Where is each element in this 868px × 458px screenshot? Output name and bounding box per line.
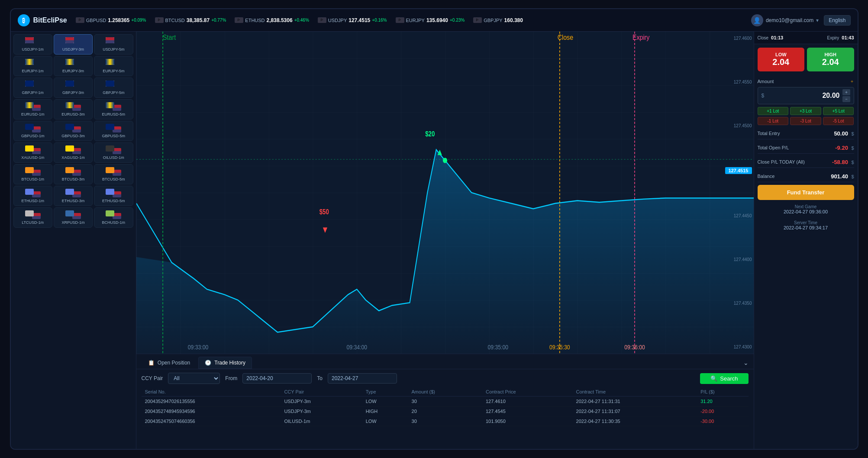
plus3lot-button[interactable]: +3 Lot bbox=[790, 107, 821, 115]
sidebar-pair-gbpusd-3m[interactable]: GBPUSD-3m bbox=[54, 121, 93, 141]
high-value: 2.04 bbox=[822, 57, 839, 67]
cell-type: LOW bbox=[362, 397, 408, 406]
price-tick-5: 127.4400 bbox=[725, 257, 752, 262]
ticker-pair-label: BTCUSD bbox=[165, 18, 185, 23]
search-button[interactable]: 🔍 Search bbox=[700, 373, 748, 384]
sidebar-pair-eurusd-3m[interactable]: EURUSD-3m bbox=[54, 99, 93, 119]
pair-flags bbox=[25, 81, 41, 89]
pair-flags bbox=[25, 102, 41, 111]
chart-wrapper: Start Close Expiry $20 $50 bbox=[136, 32, 754, 354]
pair-label: BCHUSD-1m bbox=[102, 220, 126, 225]
language-button[interactable]: English bbox=[824, 15, 850, 26]
sidebar-pair-xagusd-1m[interactable]: XAGUSD-1m bbox=[54, 142, 93, 163]
sidebar-pair-ethusd-1m[interactable]: ETHUSD-1m bbox=[13, 186, 52, 206]
minus5lot-button[interactable]: -5 Lot bbox=[823, 117, 854, 125]
ticker-flag: 🏳 bbox=[318, 17, 326, 23]
low-button[interactable]: LOW 2.04 bbox=[758, 48, 805, 71]
ticker-pair-label: ETHUSD bbox=[245, 18, 265, 23]
from-date-input[interactable] bbox=[242, 373, 312, 384]
sidebar-pair-eurjpy-1m[interactable]: EURJPY-1m bbox=[13, 56, 52, 76]
search-label: Search bbox=[720, 375, 738, 382]
pair-label: XAGUSD-1m bbox=[61, 155, 85, 160]
ticker-change: +0.09% bbox=[131, 18, 146, 23]
minus3lot-button[interactable]: -3 Lot bbox=[790, 117, 821, 125]
fund-transfer-button[interactable]: Fund Transfer bbox=[758, 185, 854, 200]
ticker-flag: 🏳 bbox=[396, 17, 404, 23]
flag-base bbox=[25, 189, 34, 195]
pair-flags bbox=[106, 167, 121, 176]
total-entry-row: Total Entry 50.00 $ bbox=[758, 128, 854, 139]
col-price: Contract Price bbox=[482, 387, 573, 397]
sidebar-pair-bchusd-1m[interactable]: BCHUSD-1m bbox=[94, 207, 133, 228]
sidebar-pair-gbpusd-5m[interactable]: GBPUSD-5m bbox=[94, 121, 133, 141]
sidebar-pair-ltcusd-1m[interactable]: LTCUSD-1m bbox=[13, 207, 52, 228]
sidebar: USDJPY-1m USDJPY-3m USDJPY-5m EURJPY-1m … bbox=[11, 32, 136, 449]
server-time-value: 2022-04-27 09:34:17 bbox=[758, 225, 854, 230]
tab-trade-history[interactable]: 🕐 Trade History bbox=[198, 357, 252, 369]
col-time: Contract Time bbox=[573, 387, 697, 397]
sidebar-pair-usdjpy-1m[interactable]: USDJPY-1m bbox=[13, 34, 52, 55]
sidebar-pair-eurjpy-3m[interactable]: EURJPY-3m bbox=[54, 56, 93, 76]
tab-open-position[interactable]: 📋 Open Position bbox=[142, 357, 197, 369]
price-scale: 127.4600 127.4550 127.4500 127.4515 127.… bbox=[723, 32, 754, 354]
ticker-item-ethusd: 🏳 ETHUSD 2,838.5306 +0.46% bbox=[235, 17, 309, 23]
low-value: 2.04 bbox=[772, 57, 789, 67]
flag-base bbox=[106, 145, 114, 152]
total-entry-currency: $ bbox=[851, 131, 854, 136]
ticker-price: 1.258365 bbox=[108, 17, 129, 23]
sidebar-pair-eurusd-1m[interactable]: EURUSD-1m bbox=[13, 99, 52, 119]
sidebar-pair-usdjpy-3m[interactable]: USDJPY-3m bbox=[54, 34, 93, 55]
ticker-price: 2,838.5306 bbox=[267, 17, 293, 23]
expiry-timer: 01:43 bbox=[842, 35, 854, 40]
sidebar-pair-gbpjpy-5m[interactable]: GBPJPY-5m bbox=[94, 77, 133, 98]
sidebar-pair-btcusd-3m[interactable]: BTCUSD-3m bbox=[54, 164, 93, 184]
flag-base bbox=[65, 37, 74, 43]
topbar: ₿ BitEcliPse 🏳 GBPUSD 1.258365 +0.09% 🏳 … bbox=[11, 9, 858, 32]
ticker-price: 135.6940 bbox=[426, 17, 448, 23]
sidebar-pair-gbpusd-1m[interactable]: GBPUSD-1m bbox=[13, 121, 52, 141]
sidebar-pair-xauusd-1m[interactable]: XAUUSD-1m bbox=[13, 142, 52, 163]
sidebar-pair-xrpusd-1m[interactable]: XRPUSD-1m bbox=[54, 207, 93, 228]
sidebar-pair-ethusd-3m[interactable]: ETHUSD-3m bbox=[54, 186, 93, 206]
to-date-input[interactable] bbox=[328, 373, 397, 384]
expand-button[interactable]: ⌄ bbox=[743, 359, 749, 366]
pair-label: ETHUSD-3m bbox=[62, 199, 85, 203]
pair-label: GBPUSD-1m bbox=[21, 134, 45, 138]
ticker-pair-label: EURJPY bbox=[406, 18, 425, 23]
pair-label: ETHUSD-5m bbox=[102, 199, 125, 203]
ticker-flag: 🏳 bbox=[473, 17, 482, 23]
trade-history-table-container: Serial No. CCY Pair Type Amount ($) Cont… bbox=[142, 387, 749, 426]
sidebar-pair-btcusd-1m[interactable]: BTCUSD-1m bbox=[13, 164, 52, 184]
sidebar-pair-gbpjpy-1m[interactable]: GBPJPY-1m bbox=[13, 77, 52, 98]
sidebar-pair-eurjpy-5m[interactable]: EURJPY-5m bbox=[94, 56, 133, 76]
sidebar-pair-oilusd-1m[interactable]: OILUSD-1m bbox=[94, 142, 133, 163]
sidebar-pair-ethusd-5m[interactable]: ETHUSD-5m bbox=[94, 186, 133, 206]
bottom-tabs: 📋 Open Position 🕐 Trade History ⌄ bbox=[136, 354, 754, 369]
plus1lot-button[interactable]: +1 Lot bbox=[758, 107, 789, 115]
pair-flags bbox=[65, 59, 81, 68]
svg-text:09:34:00: 09:34:00 bbox=[346, 344, 367, 351]
pair-label: EURUSD-5m bbox=[102, 112, 126, 116]
amount-decrease-button[interactable]: － bbox=[842, 96, 850, 102]
flag-base bbox=[65, 189, 74, 195]
pair-flags bbox=[65, 81, 81, 89]
flag-base bbox=[106, 37, 114, 43]
bottom-panel: 📋 Open Position 🕐 Trade History ⌄ CCY Pa… bbox=[136, 354, 754, 449]
plus5lot-button[interactable]: +5 Lot bbox=[823, 107, 854, 115]
sidebar-pair-eurusd-5m[interactable]: EURUSD-5m bbox=[94, 99, 133, 119]
pair-flags bbox=[106, 124, 121, 132]
ccy-pair-select[interactable]: All bbox=[168, 373, 220, 384]
flag-base bbox=[65, 81, 74, 87]
sidebar-pair-usdjpy-5m[interactable]: USDJPY-5m bbox=[94, 34, 133, 55]
high-button[interactable]: HIGH 2.04 bbox=[807, 48, 854, 71]
amount-increase-button[interactable]: ＋ bbox=[842, 89, 850, 95]
pair-label: EURJPY-3m bbox=[62, 69, 84, 73]
high-label: HIGH bbox=[825, 52, 837, 57]
pair-flags bbox=[25, 167, 41, 176]
ticker-pair-label: USDJPY bbox=[328, 18, 347, 23]
flag-base bbox=[106, 167, 114, 173]
sidebar-pair-gbpjpy-3m[interactable]: GBPJPY-3m bbox=[54, 77, 93, 98]
minus1lot-button[interactable]: -1 Lot bbox=[758, 117, 789, 125]
sidebar-pair-btcusd-5m[interactable]: BTCUSD-5m bbox=[94, 164, 133, 184]
pair-flags bbox=[25, 145, 41, 154]
